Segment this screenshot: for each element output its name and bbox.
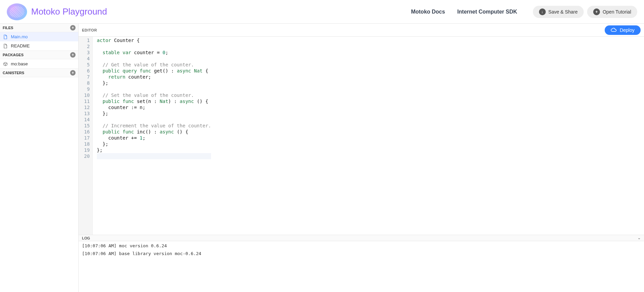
app-title: Motoko Playground bbox=[31, 6, 107, 17]
editor-bar: EDITOR Deploy bbox=[79, 24, 644, 37]
files-section-header: FILES + bbox=[0, 24, 78, 32]
package-icon bbox=[3, 62, 8, 66]
add-file-icon[interactable]: + bbox=[70, 25, 76, 30]
plus-icon: + bbox=[593, 8, 600, 15]
file-name: Main.mo bbox=[11, 34, 28, 39]
open-tutorial-button[interactable]: + Open Tutorial bbox=[587, 6, 637, 18]
packages-label: PACKAGES bbox=[3, 53, 24, 57]
logo-icon bbox=[7, 3, 27, 20]
editor-label: EDITOR bbox=[82, 28, 97, 32]
file-name: README bbox=[11, 43, 30, 48]
save-share-label: Save & Share bbox=[548, 9, 578, 15]
add-canister-icon[interactable]: + bbox=[70, 70, 76, 76]
open-tutorial-label: Open Tutorial bbox=[603, 9, 631, 15]
deploy-button[interactable]: Deploy bbox=[605, 25, 641, 35]
file-icon bbox=[3, 44, 8, 48]
sidebar: FILES + Main.moREADME PACKAGES + mo:base… bbox=[0, 24, 79, 292]
log-bar: LOG ⌄ bbox=[79, 235, 644, 241]
link-motoko-docs[interactable]: Motoko Docs bbox=[411, 9, 445, 15]
code-area[interactable]: actor Counter { stable var counter = 0; … bbox=[93, 37, 215, 235]
log-entry: [10:07:06 AM] base library version moc-0… bbox=[82, 251, 641, 256]
log-entry: [10:07:06 AM] moc version 0.6.24 bbox=[82, 243, 641, 248]
header: Motoko Playground Motoko Docs Internet C… bbox=[0, 0, 644, 24]
package-name: mo:base bbox=[11, 61, 28, 66]
canisters-label: CANISTERS bbox=[3, 71, 24, 75]
package-item[interactable]: mo:base bbox=[0, 59, 78, 68]
file-icon bbox=[3, 35, 8, 39]
log-collapse-icon[interactable]: ⌄ bbox=[638, 236, 641, 240]
code-editor[interactable]: 1234567891011121314151617181920 actor Co… bbox=[79, 37, 644, 235]
add-package-icon[interactable]: + bbox=[70, 52, 76, 58]
download-icon: ↓ bbox=[539, 8, 546, 15]
canisters-section-header: CANISTERS + bbox=[0, 68, 78, 77]
main: EDITOR Deploy 12345678910111213141516171… bbox=[79, 24, 644, 292]
log-output: [10:07:06 AM] moc version 0.6.24[10:07:0… bbox=[79, 241, 644, 292]
packages-section-header: PACKAGES + bbox=[0, 50, 78, 59]
files-label: FILES bbox=[3, 26, 13, 30]
deploy-label: Deploy bbox=[620, 27, 635, 33]
file-item[interactable]: Main.mo bbox=[0, 32, 78, 41]
save-share-button[interactable]: ↓ Save & Share bbox=[533, 6, 584, 18]
log-label: LOG bbox=[82, 236, 90, 240]
line-gutter: 1234567891011121314151617181920 bbox=[79, 37, 93, 235]
link-ic-sdk[interactable]: Internet Computer SDK bbox=[457, 9, 517, 15]
file-item[interactable]: README bbox=[0, 41, 78, 50]
logo-wrap: Motoko Playground bbox=[7, 3, 107, 20]
cloud-deploy-icon bbox=[611, 28, 617, 33]
